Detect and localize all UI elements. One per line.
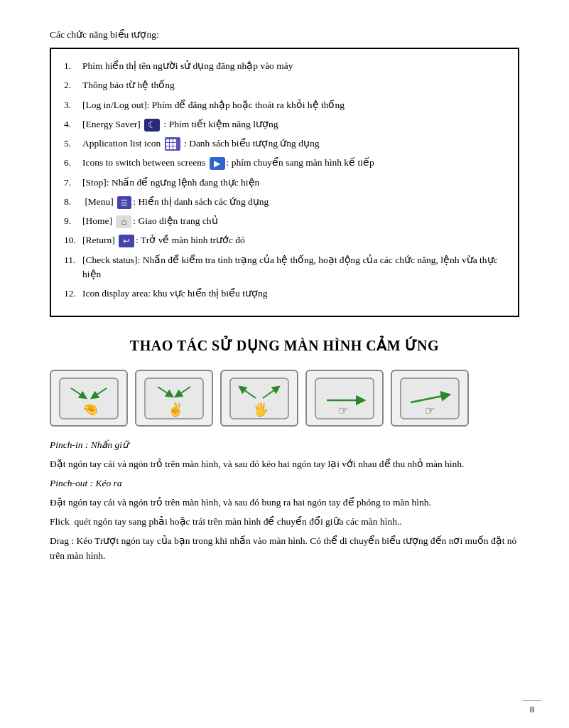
list-item: 11. [Check status]: Nhấn để kiểm tra tìn…	[64, 253, 505, 282]
item-num: 11.	[64, 253, 82, 267]
section-label: Các chức năng biểu tượng:	[50, 28, 519, 41]
item-num: 8.	[64, 195, 82, 209]
list-item: 6. Icons to switch between screens ▶: ph…	[64, 156, 505, 170]
switch-screen-icon: ▶	[210, 157, 225, 170]
list-item: 2. Thông báo từ hệ thống	[64, 78, 505, 92]
list-item: 10. [Return] ↩: Trở về màn hình trước đó	[64, 233, 505, 247]
item-num: 2.	[64, 78, 82, 92]
features-list: 1. Phím hiển thị tên người sử dụng đăng …	[64, 59, 505, 301]
item-num: 5.	[64, 136, 82, 151]
gesture-svg: ☞	[313, 375, 376, 422]
list-item: 12. Icon display area: khu vực hiển thị …	[64, 287, 505, 301]
touch-heading: THAO TÁC SỬ DỤNG MÀN HÌNH CẢM ỨNG	[50, 337, 519, 354]
item-text: [Check status]: Nhấn để kiểm tra tình tr…	[82, 253, 505, 282]
list-item: 8. [Menu] ☰: Hiển thị danh sách các ứng …	[64, 195, 505, 209]
pinch-out-label: Pinch-out : Kéo ra	[50, 476, 519, 491]
item-num: 10.	[64, 233, 82, 247]
gesture-svg: 🤏	[57, 375, 121, 422]
gesture-pinch-in-1: 🤏	[50, 370, 128, 427]
grid-cell	[166, 139, 169, 142]
pinch-out-desc: Đặt ngón tay cái và ngón trỏ trên màn hì…	[50, 496, 519, 510]
page-number: 8	[522, 700, 542, 715]
item-num: 3.	[64, 98, 82, 112]
item-text: Thông báo từ hệ thống	[82, 78, 505, 92]
gesture-illustrations: 🤏 ✌	[50, 370, 519, 427]
gesture-svg: ✌	[142, 375, 206, 422]
return-icon: ↩	[119, 235, 134, 247]
grid-cell	[166, 146, 169, 149]
item-num: 4.	[64, 117, 82, 132]
grid-cell	[166, 143, 169, 146]
list-item: 7. [Stop]: Nhấn để ngưng lệnh đang thực …	[64, 176, 505, 190]
grid-inner	[166, 139, 176, 149]
grid-cell	[170, 139, 173, 142]
item-text: [Log in/Log out]: Phím để đăng nhập hoặc…	[82, 98, 505, 112]
flick-desc: Flick quét ngón tay sang phải hoặc trái …	[50, 515, 519, 530]
gesture-descriptions: Pinch-in : Nhấn giữ Đặt ngón tay cái và …	[50, 438, 519, 563]
list-item: 1. Phím hiển thị tên người sử dụng đăng …	[64, 59, 505, 73]
grid-cell	[170, 143, 173, 146]
list-item: 5. Application list icon	[64, 136, 505, 151]
item-text: [Energy Saver] ☾ : Phím tiết kiệm năng l…	[82, 117, 505, 132]
list-item: 4. [Energy Saver] ☾ : Phím tiết kiệm năn…	[64, 117, 505, 132]
item-text: Phím hiển thị tên người sử dụng đăng nhậ…	[82, 59, 505, 73]
item-num: 6.	[64, 156, 82, 170]
item-text: [Home] ⌂: Giao diện trang chủ	[82, 214, 505, 228]
gesture-svg: 🖐	[227, 375, 291, 422]
grid-cell	[173, 146, 176, 149]
gesture-pinch-in-2: ✌	[135, 370, 213, 427]
features-box: 1. Phím hiển thị tên người sử dụng đăng …	[50, 48, 519, 317]
item-num: 12.	[64, 287, 82, 301]
pinch-in-label: Pinch-in : Nhấn giữ	[50, 438, 519, 453]
grid-cell	[173, 139, 176, 142]
gesture-drag: ☞	[391, 370, 469, 427]
drag-desc: Drag : Kéo Trượt ngón tay của bạn trong …	[50, 534, 519, 564]
gesture-svg: ☞	[398, 375, 462, 422]
application-list-icon	[165, 137, 180, 151]
gesture-flick: ☞	[305, 370, 384, 427]
pinch-in-desc: Đặt ngón tay cái và ngón trỏ trên màn hì…	[50, 457, 519, 472]
list-item: 9. [Home] ⌂: Giao diện trang chủ	[64, 214, 505, 228]
svg-text:✌: ✌	[168, 402, 184, 417]
svg-text:☞: ☞	[338, 405, 348, 417]
item-num: 7.	[64, 176, 82, 190]
page: Các chức năng biểu tượng: 1. Phím hiển t…	[0, 0, 569, 728]
item-text: [Return] ↩: Trở về màn hình trước đó	[82, 233, 505, 247]
item-text: Icons to switch between screens ▶: phím …	[82, 156, 505, 170]
item-num: 1.	[64, 59, 82, 73]
item-text: Icon display area: khu vực hiển thị biểu…	[82, 287, 505, 301]
svg-text:🤏: 🤏	[82, 402, 99, 417]
item-text: Application list icon : Dan	[82, 136, 505, 151]
energy-saver-icon: ☾	[144, 119, 160, 132]
home-icon: ⌂	[116, 215, 131, 228]
svg-text:☞: ☞	[425, 405, 435, 417]
item-text: [Menu] ☰: Hiển thị danh sách các ứng dụn…	[82, 195, 505, 209]
item-text: [Stop]: Nhấn để ngưng lệnh đang thực hiệ…	[82, 176, 505, 190]
svg-text:🖐: 🖐	[253, 402, 269, 417]
item-num: 9.	[64, 214, 82, 228]
list-item: 3. [Log in/Log out]: Phím để đăng nhập h…	[64, 98, 505, 112]
grid-cell	[173, 143, 176, 146]
grid-cell	[170, 146, 173, 149]
gesture-pinch-out: 🖐	[220, 370, 298, 427]
menu-icon: ☰	[117, 196, 131, 209]
